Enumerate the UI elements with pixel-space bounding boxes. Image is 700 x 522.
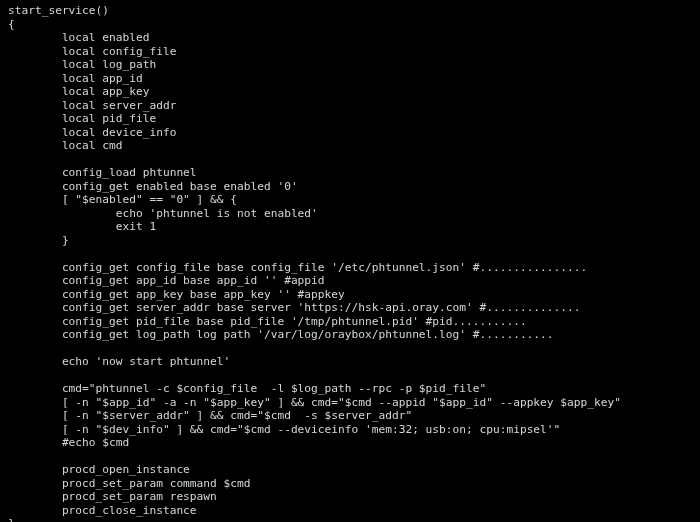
code-block: start_service() { local enabled local co… [0, 0, 700, 522]
